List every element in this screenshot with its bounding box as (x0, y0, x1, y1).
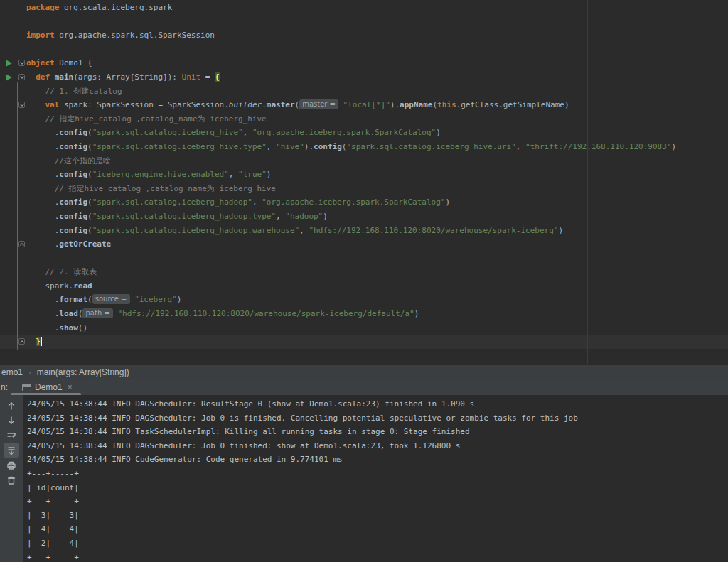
code-line[interactable]: .format(source = "iceberg") (0, 293, 728, 307)
code-line[interactable]: import org.apache.spark.sql.SparkSession (0, 28, 728, 43)
code-line[interactable]: .load(path = "hdfs://192.168.110.120:802… (0, 307, 728, 321)
code-line[interactable]: // 1. 创建catalog (0, 85, 728, 99)
breadcrumb: emo1›main(args: Array[String]) (0, 364, 728, 379)
code-line[interactable]: object Demo1 { (0, 56, 728, 70)
console-icon (22, 384, 31, 391)
code-lines: package org.scala.iceberg.sparkimport or… (0, 1, 728, 349)
code-line[interactable]: .config("spark.sql.catalog.iceberg_hadoo… (0, 210, 728, 224)
code-line[interactable]: spark.read (0, 279, 728, 293)
console-line: +---+-----+ (27, 495, 728, 509)
run-console: 24/05/15 14:38:44 INFO DAGScheduler: Res… (0, 395, 728, 562)
console-line: | 3| 3| (27, 509, 728, 523)
code-line[interactable]: .config("iceberg.engine.hive.enabled", "… (0, 168, 728, 182)
console-line: | id|count| (27, 481, 728, 495)
console-line: 24/05/15 14:38:44 INFO TaskSchedulerImpl… (27, 425, 728, 439)
fold-marker-icon[interactable] (18, 60, 25, 66)
close-icon[interactable]: × (68, 382, 73, 392)
console-output[interactable]: 24/05/15 14:38:44 INFO DAGScheduler: Res… (27, 397, 728, 562)
code-line[interactable]: .config("spark.sql.catalog.iceberg_hadoo… (0, 224, 728, 238)
code-line[interactable]: } (0, 335, 728, 349)
toolwindow-label: n: (1, 382, 8, 392)
clear-all-icon[interactable] (4, 472, 19, 487)
code-line[interactable]: .config("spark.sql.catalog.iceberg_hadoo… (0, 195, 728, 210)
run-icon[interactable] (6, 60, 12, 67)
code-line[interactable] (0, 43, 728, 57)
console-line: 24/05/15 14:38:44 INFO DAGScheduler: Job… (27, 411, 728, 426)
code-line[interactable]: package org.scala.iceberg.spark (0, 1, 728, 15)
tab-demo1[interactable]: Demo1 × (18, 379, 77, 395)
soft-wrap-icon[interactable] (4, 428, 19, 443)
breadcrumb-item[interactable]: emo1 (0, 367, 24, 377)
code-line[interactable] (0, 15, 728, 29)
code-editor[interactable]: package org.scala.iceberg.sparkimport or… (0, 0, 728, 364)
code-line[interactable] (0, 252, 728, 266)
fold-end-marker-icon[interactable] (18, 338, 25, 345)
console-line: +---+-----+ (27, 467, 728, 481)
console-line: | 2| 4| (27, 536, 728, 551)
console-line: 24/05/15 14:38:44 INFO DAGScheduler: Job… (27, 439, 728, 453)
console-line: +---+-----+ (27, 551, 728, 562)
code-line[interactable]: .getOrCreate (0, 237, 728, 252)
tab-title: Demo1 (35, 382, 63, 392)
breadcrumb-separator-icon: › (28, 368, 31, 377)
code-line[interactable]: // 2. 读取表 (0, 265, 728, 279)
fold-marker-icon[interactable] (18, 102, 25, 108)
code-line[interactable]: .show() (0, 321, 728, 335)
code-line[interactable]: val spark: SparkSession = SparkSession.b… (0, 98, 728, 112)
scroll-up-icon[interactable] (4, 398, 19, 413)
code-line[interactable]: .config("spark.sql.catalog.iceberg_hive"… (0, 126, 728, 140)
scroll-down-icon[interactable] (4, 413, 19, 428)
run-toolwindow-header: n: Demo1 × (0, 379, 728, 395)
print-icon[interactable] (4, 458, 19, 472)
fold-marker-icon[interactable] (18, 74, 25, 80)
console-line: 24/05/15 14:38:44 INFO CodeGenerator: Co… (27, 453, 728, 467)
run-icon[interactable] (6, 74, 12, 81)
code-line[interactable]: //这个指的是啥 (0, 154, 728, 168)
breadcrumb-item[interactable]: main(args: Array[String]) (36, 367, 131, 377)
code-line[interactable]: def main(args: Array[String]): Unit = { (0, 70, 728, 85)
code-line[interactable]: .config("spark.sql.catalog.iceberg_hive.… (0, 140, 728, 154)
console-line: 24/05/15 14:38:44 INFO DAGScheduler: Res… (27, 397, 728, 411)
code-line[interactable]: // 指定hive_catalog ,catalog_name为 iceberg… (0, 112, 728, 126)
text-caret (41, 337, 42, 346)
console-line: | 4| 4| (27, 522, 728, 536)
ide-window: package org.scala.iceberg.sparkimport or… (0, 0, 728, 562)
code-line[interactable]: // 指定hive_catalog ,catalog_name为 iceberg… (0, 182, 728, 196)
console-toolbar (0, 395, 23, 562)
fold-end-marker-icon[interactable] (18, 241, 25, 247)
scroll-to-end-icon[interactable] (4, 443, 19, 458)
